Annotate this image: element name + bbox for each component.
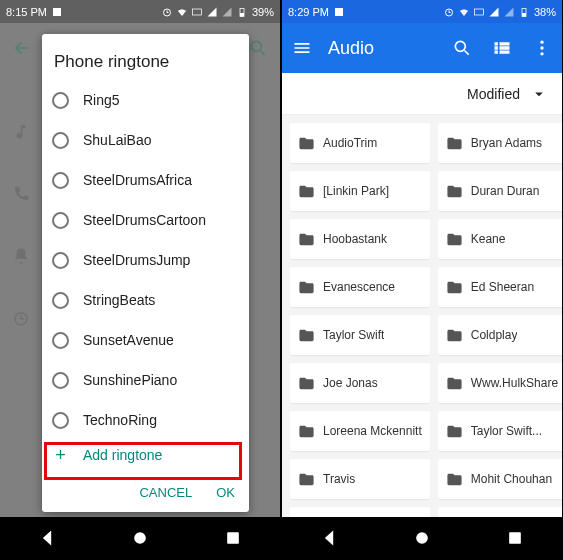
folder-icon [446,279,463,296]
ringtone-label: SteelDrumsAfrica [83,172,192,188]
folder-card[interactable]: Green Day [290,507,430,517]
folder-card[interactable]: Keane [438,219,562,259]
wifi-icon [458,6,470,18]
add-ringtone-button[interactable]: + Add ringtone [42,435,249,475]
cancel-button[interactable]: CANCEL [139,485,192,500]
folder-card[interactable]: [Linkin Park] [290,171,430,211]
menu-icon[interactable] [292,38,312,58]
radio-icon [52,172,69,189]
nav-back-icon[interactable] [319,528,339,548]
folder-name: Joe Jonas [323,376,378,390]
folder-name: Bryan Adams [471,136,542,150]
ringtone-label: SteelDrumsCartoon [83,212,206,228]
ringtone-list[interactable]: Ring5ShuLaiBaoSteelDrumsAfricaSteelDrums… [42,80,249,435]
view-list-icon[interactable] [492,38,512,58]
folder-card[interactable]: Loreena Mckennitt [290,411,430,451]
svg-rect-8 [227,532,239,544]
folder-card[interactable]: Taylor Swift... [438,411,562,451]
overflow-icon[interactable] [532,38,552,58]
folder-icon [446,183,463,200]
folder-card[interactable]: Bryan Adams [438,123,562,163]
ringtone-item[interactable]: SteelDrumsAfrica [42,160,249,200]
dialog-title: Phone ringtone [42,34,249,80]
phone-left: 8:15 PM 39% Phone ringtone Ring5ShuLai [0,0,280,559]
folder-icon [298,135,315,152]
nav-recent-icon[interactable] [223,528,243,548]
folder-icon [298,423,315,440]
nav-recent-icon[interactable] [505,528,525,548]
radio-icon [52,252,69,269]
nav-home-icon[interactable] [412,528,432,548]
volte-icon [473,6,485,18]
svg-point-18 [416,532,428,544]
ringtone-item[interactable]: ShuLaiBao [42,120,249,160]
search-icon[interactable] [452,38,472,58]
battery-icon [236,6,248,18]
bell-icon [12,247,30,265]
folder-card[interactable]: Www.HulkShare [438,363,562,403]
svg-rect-13 [522,13,526,17]
ringtone-label: ShuLaiBao [83,132,152,148]
sort-bar[interactable]: Modified [282,73,562,115]
folder-icon [298,279,315,296]
clock-icon [12,309,30,327]
folder-icon [298,375,315,392]
alarm-icon [443,6,455,18]
nav-home-icon[interactable] [130,528,150,548]
ringtone-item[interactable]: StringBeats [42,280,249,320]
folder-name: Hoobastank [323,232,387,246]
ringtone-label: SunshinePiano [83,372,177,388]
folder-card[interactable]: Travis [290,459,430,499]
folder-icon [298,471,315,488]
folder-card[interactable]: AudioTrim [290,123,430,163]
ringtone-item[interactable]: SteelDrumsJump [42,240,249,280]
radio-icon [52,92,69,109]
folder-name: Evanescence [323,280,395,294]
app-bar: Audio [282,23,562,73]
plus-icon: + [52,445,69,466]
ringtone-item[interactable]: TechnoRing [42,400,249,435]
svg-rect-4 [240,13,244,17]
folder-card[interactable]: Evanescence [290,267,430,307]
svg-point-17 [540,52,543,55]
folder-grid[interactable]: AudioTrimBryan Adams[Linkin Park]Duran D… [282,115,562,517]
folder-icon [446,423,463,440]
folder-card[interactable]: Taylor Swift [290,315,430,355]
ringtone-label: SteelDrumsJump [83,252,190,268]
screenshot-icon [51,6,63,18]
folder-icon [446,375,463,392]
status-bar: 8:15 PM 39% [0,0,280,23]
signal2-icon [221,6,233,18]
search-icon [248,38,268,58]
folder-name: Ed Sheeran [471,280,534,294]
signal-icon [206,6,218,18]
folder-icon [298,231,315,248]
signal2-icon [503,6,515,18]
folder-icon [446,135,463,152]
folder-card[interactable]: Coldplay [438,315,562,355]
folder-card[interactable]: Westlife [438,507,562,517]
music-icon [12,123,30,141]
folder-card[interactable]: Mohit Chouhan [438,459,562,499]
nav-back-icon[interactable] [37,528,57,548]
folder-card[interactable]: Joe Jonas [290,363,430,403]
folder-icon [446,327,463,344]
wifi-icon [176,6,188,18]
folder-card[interactable]: Ed Sheeran [438,267,562,307]
radio-icon [52,332,69,349]
battery-percent: 38% [534,6,556,18]
svg-point-15 [540,41,543,44]
radio-icon [52,292,69,309]
folder-card[interactable]: Duran Duran [438,171,562,211]
folder-card[interactable]: Hoobastank [290,219,430,259]
chevron-down-icon [530,85,548,103]
ringtone-item[interactable]: SunsetAvenue [42,320,249,360]
ringtone-item[interactable]: SteelDrumsCartoon [42,200,249,240]
add-ringtone-label: Add ringtone [83,447,162,463]
nav-bar [0,517,280,559]
ringtone-label: Ring5 [83,92,120,108]
ringtone-item[interactable]: Ring5 [42,80,249,120]
ringtone-item[interactable]: SunshinePiano [42,360,249,400]
folder-name: [Linkin Park] [323,184,389,198]
ok-button[interactable]: OK [216,485,235,500]
